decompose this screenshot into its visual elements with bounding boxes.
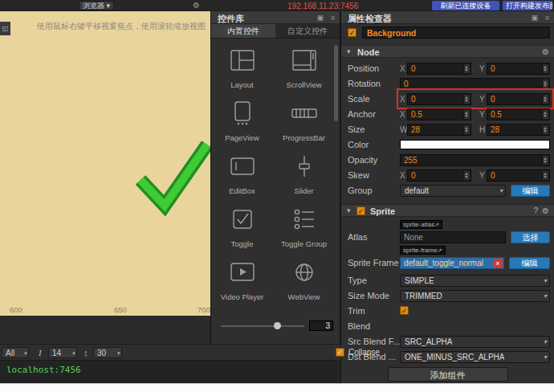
widget-item-videoplayer[interactable]: Video Player xyxy=(211,257,273,310)
skew-x-input[interactable]: 0 xyxy=(407,169,471,182)
console-output[interactable]: localhost:7456 xyxy=(0,360,340,383)
widget-item-editbox[interactable]: EditBox xyxy=(211,151,273,204)
sprite-frame-edit-button[interactable]: 编辑 xyxy=(509,257,550,269)
dock-icon[interactable]: ▣ xyxy=(531,13,538,22)
widget-item-pageview[interactable]: PageView xyxy=(211,98,273,151)
open-build-panel-button[interactable]: 打开构建发布面板 xyxy=(503,1,552,10)
collapse-caret-icon[interactable]: ▾ xyxy=(347,206,351,214)
chevron-down-icon: ▾ xyxy=(23,349,26,358)
scene-view[interactable]: 使用鼠标右键平移视窗焦点，使用滚轮缩放视图 ◱ 600 650 700 xyxy=(0,11,210,316)
preview-url: 192.168.11.23:7456 xyxy=(287,2,358,10)
zoom-value-input[interactable]: 3 xyxy=(309,321,333,331)
group-dropdown[interactable]: default▾ xyxy=(400,185,506,197)
log-filter-dropdown[interactable]: All▾ xyxy=(2,347,29,358)
stepper-icon[interactable] xyxy=(542,156,548,165)
node-name-value: Background xyxy=(367,28,416,38)
goto-asset-icon[interactable]: ↗ xyxy=(438,247,442,253)
widget-item-webview[interactable]: WebView xyxy=(273,257,335,310)
zoom-slider-knob[interactable] xyxy=(274,322,281,329)
widget-item-progressbar[interactable]: ProgressBar xyxy=(273,98,335,151)
chevron-down-icon: ▾ xyxy=(71,349,75,358)
node-section-header[interactable]: ▾ Node ⚙ xyxy=(341,45,554,58)
progressbar-icon xyxy=(290,101,319,125)
help-icon[interactable]: ? xyxy=(533,206,538,215)
sprite-section-header[interactable]: ▾ ✓ Sprite ? ⚙ xyxy=(341,204,554,217)
inspector-title: 属性检查器 xyxy=(348,13,392,25)
pageview-icon xyxy=(228,101,257,125)
dst-blend-dropdown[interactable]: ONE_MINUS_SRC_ALPHA▾ xyxy=(400,351,550,363)
atlas-select-button[interactable]: 选择 xyxy=(511,231,550,243)
trim-checkbox[interactable]: ✓ xyxy=(400,306,409,315)
stepper-icon[interactable] xyxy=(463,110,470,119)
stepper-icon[interactable] xyxy=(542,125,548,134)
color-swatch[interactable] xyxy=(400,140,550,149)
size-w-input[interactable]: 28 xyxy=(407,124,471,136)
gear-icon[interactable]: ⚙ xyxy=(542,47,549,56)
sprite-frame-field[interactable]: default_toggle_normal× xyxy=(400,257,504,269)
stepper-icon[interactable] xyxy=(463,64,470,73)
stepper-icon[interactable] xyxy=(542,171,548,180)
dock-icon[interactable]: ▣ xyxy=(316,13,324,22)
position-y-input[interactable]: 0 xyxy=(487,63,550,75)
video-player-icon xyxy=(228,260,257,284)
tab-custom-widgets[interactable]: 自定义控件 xyxy=(275,24,340,38)
line-height-dropdown[interactable]: 30▾ xyxy=(93,347,122,358)
refresh-devices-button[interactable]: 刷新已连接设备 xyxy=(432,1,499,10)
anchor-x-input[interactable]: 0.5 xyxy=(407,108,471,120)
gear-icon[interactable]: ⚙ xyxy=(542,206,549,215)
stepper-icon[interactable] xyxy=(542,110,548,119)
add-component-button[interactable]: 添加组件 xyxy=(388,367,508,382)
scale-x-input[interactable]: 0 xyxy=(407,93,471,105)
skew-y-input[interactable]: 0 xyxy=(487,169,550,182)
widget-item-toggle[interactable]: Toggle xyxy=(211,204,273,257)
anchor-y-input[interactable]: 0.5 xyxy=(487,108,550,120)
clear-sprite-frame-icon[interactable]: × xyxy=(493,259,503,268)
widget-scrollbar[interactable] xyxy=(334,45,338,121)
scene-corner-icon[interactable]: ◱ xyxy=(0,22,10,35)
size-h-input[interactable]: 28 xyxy=(487,124,550,136)
stepper-icon[interactable] xyxy=(463,95,470,104)
stepper-icon[interactable] xyxy=(463,171,470,180)
axis-x-label: X xyxy=(400,110,405,119)
opacity-input[interactable]: 255 xyxy=(400,154,550,166)
scale-y-input[interactable]: 0 xyxy=(487,93,550,105)
atlas-field[interactable]: None xyxy=(400,231,506,243)
stepper-icon[interactable] xyxy=(463,125,470,134)
font-size-dropdown[interactable]: 14▾ xyxy=(48,347,77,358)
zoom-slider-track[interactable] xyxy=(221,325,304,327)
menu-icon[interactable]: ≡ xyxy=(331,13,335,22)
stepper-icon[interactable] xyxy=(542,64,548,73)
preview-target-dropdown[interactable]: 浏览器 ▾ xyxy=(79,1,114,10)
opacity-row: Opacity 255 xyxy=(341,153,554,168)
size-mode-dropdown[interactable]: TRIMMED▾ xyxy=(400,290,550,302)
widget-item-slider[interactable]: Slider xyxy=(273,151,335,204)
node-name-field[interactable]: Background xyxy=(362,27,550,39)
group-edit-button[interactable]: 编辑 xyxy=(511,185,550,197)
toggle-checkmark-sprite[interactable] xyxy=(120,132,210,224)
widget-item-togglegroup[interactable]: Toggle Group xyxy=(273,204,335,257)
font-size-icon: I xyxy=(39,347,42,358)
color-label: Color xyxy=(348,140,369,149)
goto-asset-icon[interactable]: ↗ xyxy=(434,222,439,227)
sprite-enabled-checkbox[interactable]: ✓ xyxy=(356,206,365,215)
blend-row: Blend xyxy=(341,319,554,334)
stepper-icon[interactable] xyxy=(542,80,548,88)
chevron-down-icon: ▾ xyxy=(544,276,547,286)
position-x-input[interactable]: 0 xyxy=(407,63,471,75)
menu-icon[interactable]: ≡ xyxy=(545,13,549,22)
tab-builtin-widgets[interactable]: 内置控件 xyxy=(211,24,275,38)
gear-icon[interactable]: ⚙ xyxy=(193,1,200,10)
stepper-icon[interactable] xyxy=(542,95,548,104)
collapse-caret-icon[interactable]: ▾ xyxy=(347,47,351,55)
type-dropdown[interactable]: SIMPLE▾ xyxy=(400,275,550,287)
type-label: Type xyxy=(348,276,367,285)
rotation-label: Rotation xyxy=(348,79,381,88)
widget-item-scrollview[interactable]: ScrollView xyxy=(273,45,335,98)
node-active-checkbox[interactable]: ✓ xyxy=(348,28,356,37)
collapse-checkbox[interactable]: ✓ xyxy=(336,348,344,357)
group-row: Group default▾ 编辑 xyxy=(341,183,554,198)
widget-item-layout[interactable]: Layout xyxy=(211,45,273,98)
src-blend-dropdown[interactable]: SRC_ALPHA▾ xyxy=(400,336,550,348)
scale-row: Scale X 0 Y 0 xyxy=(341,92,554,107)
rotation-input[interactable]: 0 xyxy=(400,78,550,90)
